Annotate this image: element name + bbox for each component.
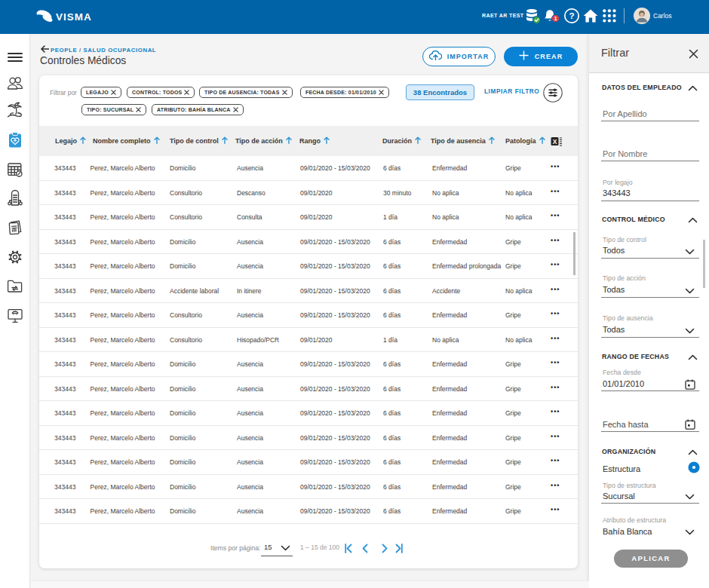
svg-text:VISMA: VISMA <box>56 11 92 23</box>
svg-text:1: 1 <box>554 15 557 22</box>
svg-text:?: ? <box>569 11 574 20</box>
svg-text:X: X <box>553 138 557 145</box>
